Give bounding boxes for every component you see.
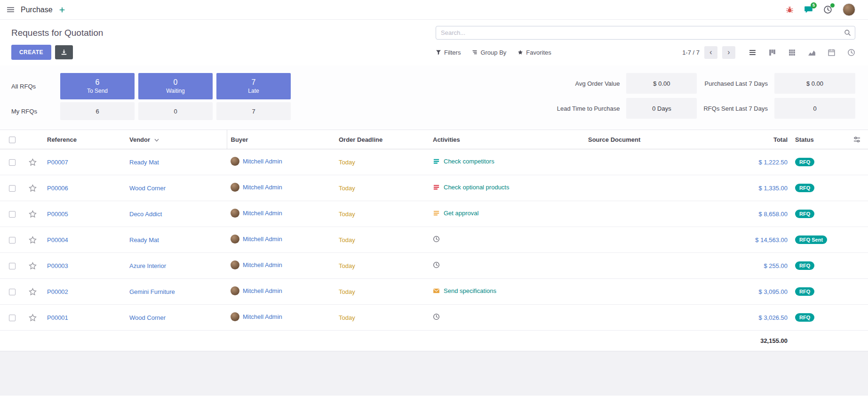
calendar-view-button[interactable]	[828, 49, 836, 57]
header-order-deadline[interactable]: Order Deadline	[335, 130, 429, 149]
header-source-document[interactable]: Source Document	[584, 130, 723, 149]
vendor-link[interactable]: Ready Mat	[129, 236, 159, 244]
pivot-view-button[interactable]	[788, 49, 796, 57]
favorite-star-icon[interactable]	[29, 314, 37, 322]
reference-link[interactable]: P00007	[47, 159, 68, 166]
favorites-button[interactable]: Favorites	[518, 49, 551, 56]
table-row[interactable]: P00002 Gemini Furniture Mitchell Admin T…	[0, 279, 868, 305]
reference-link[interactable]: P00003	[47, 262, 68, 269]
activity-label[interactable]: Send specifications	[444, 287, 496, 294]
header-reference[interactable]: Reference	[43, 130, 126, 149]
row-checkbox[interactable]	[9, 211, 16, 218]
reference-link[interactable]: P00001	[47, 314, 68, 321]
favorite-star-icon[interactable]	[29, 158, 37, 166]
my-to-send[interactable]: 6	[60, 102, 135, 120]
export-button[interactable]	[55, 45, 73, 59]
create-button[interactable]: CREATE	[11, 45, 51, 60]
optional-columns-icon[interactable]	[853, 136, 860, 143]
activity-clock-icon[interactable]	[433, 261, 440, 268]
favorite-star-icon[interactable]	[29, 262, 37, 270]
list-view-button[interactable]	[749, 49, 757, 57]
kpi-waiting[interactable]: 0 Waiting	[138, 73, 213, 99]
select-all-checkbox[interactable]	[9, 137, 16, 143]
apps-menu-button[interactable]	[7, 6, 15, 14]
reference-link[interactable]: P00006	[47, 185, 68, 192]
activities-badge-dot	[830, 3, 835, 8]
graph-view-button[interactable]	[808, 49, 816, 57]
row-checkbox[interactable]	[9, 289, 16, 295]
purchase-dashboard: All RFQs 6 To Send 0 Waiting 7 Late My R…	[0, 65, 868, 130]
activities-button[interactable]	[823, 5, 832, 14]
vendor-link[interactable]: Wood Corner	[129, 185, 166, 192]
activity-clock-icon[interactable]	[433, 235, 440, 243]
table-row[interactable]: P00001 Wood Corner Mitchell Admin Today …	[0, 305, 868, 331]
header-status[interactable]: Status	[791, 130, 845, 149]
buyer-link[interactable]: Mitchell Admin	[243, 210, 282, 217]
buyer-link[interactable]: Mitchell Admin	[243, 261, 282, 268]
activity-label[interactable]: Check competitors	[444, 158, 494, 165]
table-row[interactable]: P00004 Ready Mat Mitchell Admin Today $ …	[0, 227, 868, 253]
my-waiting[interactable]: 0	[138, 102, 213, 120]
activity-label[interactable]: Get approval	[444, 210, 478, 217]
reference-link[interactable]: P00002	[47, 288, 68, 295]
activity-tasks-icon[interactable]	[433, 158, 440, 165]
my-late[interactable]: 7	[216, 102, 291, 120]
kpi-late[interactable]: 7 Late	[216, 73, 291, 99]
reference-link[interactable]: P00005	[47, 211, 68, 218]
activity-view-button[interactable]	[847, 49, 855, 57]
app-name[interactable]: Purchase	[21, 6, 53, 14]
favorite-star-icon[interactable]	[29, 184, 37, 192]
kanban-view-button[interactable]	[768, 49, 776, 57]
reference-link[interactable]: P00004	[47, 236, 68, 244]
messages-button[interactable]: 5	[804, 5, 813, 14]
kpi-to-send[interactable]: 6 To Send	[60, 73, 135, 99]
activity-tasks-icon[interactable]	[433, 210, 440, 217]
favorite-star-icon[interactable]	[29, 210, 37, 218]
group-by-button[interactable]: Group By	[472, 49, 506, 56]
header-buyer[interactable]: Buyer	[227, 130, 335, 149]
header-vendor[interactable]: Vendor	[126, 130, 227, 149]
row-checkbox[interactable]	[9, 185, 16, 192]
activity-label[interactable]: Check optional products	[444, 184, 509, 191]
buyer-link[interactable]: Mitchell Admin	[243, 184, 282, 191]
buyer-link[interactable]: Mitchell Admin	[243, 287, 282, 294]
vendor-link[interactable]: Wood Corner	[129, 314, 166, 321]
rfqs-sent-last-7-days-label: RFQs Sent Last 7 Days	[703, 98, 768, 119]
purchased-last-7-days-label: Purchased Last 7 Days	[703, 73, 768, 94]
row-checkbox[interactable]	[9, 263, 16, 269]
activity-tasks-icon[interactable]	[433, 184, 440, 191]
activity-envelope-icon[interactable]	[433, 287, 440, 294]
buyer-link[interactable]: Mitchell Admin	[243, 235, 282, 243]
user-avatar[interactable]	[843, 3, 855, 16]
search-input[interactable]	[436, 26, 855, 40]
buyer-link[interactable]: Mitchell Admin	[243, 313, 282, 320]
header-total[interactable]: Total	[723, 130, 791, 149]
table-footer-row: 32,155.00	[0, 331, 868, 351]
vendor-link[interactable]: Deco Addict	[129, 211, 162, 218]
pager-previous-button[interactable]: ‹	[704, 46, 717, 59]
table-row[interactable]: P00006 Wood Corner Mitchell Admin Today …	[0, 175, 868, 201]
vendor-link[interactable]: Gemini Furniture	[129, 288, 175, 295]
row-checkbox[interactable]	[9, 237, 16, 244]
pager-next-button[interactable]: ›	[722, 46, 735, 59]
activity-clock-icon[interactable]	[433, 313, 440, 320]
row-checkbox[interactable]	[9, 315, 16, 321]
calendar-view-icon	[828, 49, 836, 57]
vendor-link[interactable]: Ready Mat	[129, 159, 159, 166]
debug-button[interactable]	[786, 6, 794, 14]
buyer-link[interactable]: Mitchell Admin	[243, 158, 282, 165]
content-background	[0, 351, 868, 396]
filters-button[interactable]: Filters	[436, 49, 461, 56]
header-activities[interactable]: Activities	[429, 130, 584, 149]
status-badge: RFQ	[795, 313, 814, 322]
new-tab-button[interactable]	[59, 7, 65, 13]
web-client: Purchase 5 Requests for Quotation	[0, 0, 868, 406]
favorite-star-icon[interactable]	[29, 236, 37, 244]
vendor-link[interactable]: Azure Interior	[129, 262, 166, 269]
search-icon[interactable]	[844, 29, 851, 36]
favorite-star-icon[interactable]	[29, 288, 37, 296]
table-row[interactable]: P00005 Deco Addict Mitchell Admin Today …	[0, 201, 868, 227]
row-checkbox[interactable]	[9, 159, 16, 166]
table-row[interactable]: P00007 Ready Mat Mitchell Admin Today Ch…	[0, 149, 868, 175]
table-row[interactable]: P00003 Azure Interior Mitchell Admin Tod…	[0, 253, 868, 279]
